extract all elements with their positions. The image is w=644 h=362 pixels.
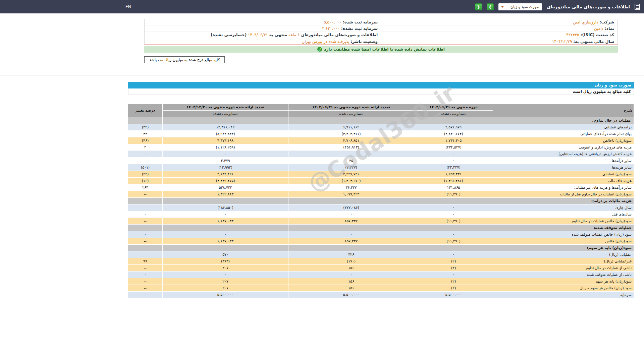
change-percent-cell: ۳۲ — [128, 131, 163, 137]
row-label: ناشی از عملیات متوقف شده — [493, 272, 634, 278]
audit-status-restated-2: حسابرسی نشده — [163, 111, 288, 117]
row-label: سایر درآمدها — [493, 158, 634, 164]
data-row: غیرعملیاتی (ریال)(۲)(۱۷۰)(۳۶۳)۹۹ — [128, 258, 634, 265]
change-percent-cell: ۰ — [128, 272, 163, 278]
value-cell: ۵,۵۰۰,۰۰۰ — [163, 292, 288, 298]
value-cell: ۱,۰۷۹,۴۲۳ — [288, 191, 414, 198]
row-label: سود(زیان) عملیاتی — [493, 171, 634, 178]
section-empty-cell — [414, 117, 493, 124]
column-header-description: شرح — [493, 104, 634, 117]
value-cell: (۱۱,۲۹۰) — [414, 191, 493, 198]
change-percent-cell: (۳۴) — [128, 124, 163, 131]
report-type-select[interactable]: صورت سود و زیان — [498, 3, 542, 10]
section-empty-cell — [288, 225, 414, 231]
value-cell: (۲) — [414, 258, 493, 265]
value-cell: ۰ — [288, 231, 414, 238]
value-cell: ۱,۱۳۷,۰۳۳ — [163, 218, 288, 225]
value-cell: ۲۰۷ — [163, 285, 288, 292]
value-cell: (۲) — [414, 285, 493, 292]
change-percent-cell: -- — [128, 191, 163, 198]
section-empty-cell — [128, 225, 163, 231]
section-row: سود(زیان) پایه هر سهم: — [128, 245, 634, 251]
value-cell: (۴۳۴,۵۲۷) — [414, 144, 493, 151]
value-cell: ۵۳۸,۷۳۲ — [163, 184, 288, 191]
section-row: هزینه مالیات بر درآمد: — [128, 198, 634, 204]
company-value: داروسازي امين — [573, 20, 598, 24]
company-info-panel: شرکت: داروسازي امين سرمایه ثبت شده: ۵,۵۰… — [144, 19, 618, 45]
change-percent-cell: -- — [128, 285, 163, 292]
value-cell: (۱,۱۲۸,۲۵۹) — [163, 144, 288, 151]
value-cell: ۱۵۶ — [288, 265, 414, 272]
statement-table-body: عملیات در حال تداوم:درآمدهای عملیاتی۴,۵۷… — [128, 117, 634, 298]
value-cell: ۰ — [414, 158, 493, 164]
value-cell: (۲) — [414, 265, 493, 272]
value-cell: ۰ — [163, 151, 288, 158]
fiscal-year-label: سال مالی منتهی به: — [573, 39, 614, 44]
value-cell: ۱,۷۳۱,۳۰۵ — [414, 137, 493, 144]
value-cell: ۰ — [414, 251, 493, 258]
value-cell: (۴,۲۰۴,۳۱۱) — [288, 131, 414, 137]
info-row: شرکت: داروسازي امين سرمایه ثبت شده: ۵,۵۰… — [145, 19, 618, 25]
value-cell: ۵۷۰ — [163, 251, 288, 258]
value-cell: (۱,۳۹۶,۲۸۶) — [414, 178, 493, 184]
fiscal-year-value: ۱۴۰۴/۱۲/۲۹ — [552, 39, 572, 44]
audit-status-current: حسابرسی نشده — [414, 111, 493, 117]
row-label: بهای تمام شده درآمدهای عملیاتی — [493, 131, 634, 137]
unit-note-box: کلیه مبالغ درج شده به میلیون ریال می باش… — [144, 56, 225, 63]
value-cell: (۱۸۶,۸۵۰) — [163, 204, 288, 211]
change-percent-cell: ۴ — [128, 144, 163, 151]
audit-status-restated-1: حسابرسی شده — [288, 111, 414, 117]
section-empty-cell — [128, 117, 163, 124]
symbol-value: دامين — [594, 26, 603, 31]
report-period-mid: منتهی به — [268, 33, 287, 37]
change-percent-cell: ۲۶۳ — [128, 184, 163, 191]
company-field: شرکت: داروسازي امين — [381, 19, 618, 25]
section-empty-cell — [414, 225, 493, 231]
language-toggle[interactable]: EN — [123, 4, 134, 9]
data-row: سال جاری۰(۲۲۲,۰۸۶)(۱۸۶,۸۵۰)-- — [128, 204, 634, 211]
data-row: هزینه های مالی(۱,۳۹۶,۲۸۶)(۱,۲۰۴,۶۷۰)(۲,۳… — [128, 178, 634, 184]
unregistered-capital-label: سرمایه ثبت نشده: — [341, 26, 378, 31]
section-empty-cell — [288, 117, 414, 124]
info-icon: i — [317, 47, 322, 52]
section-title: هزینه مالیات بر درآمد: — [493, 198, 634, 204]
report-icon — [635, 4, 640, 10]
value-cell: ۰ — [163, 211, 288, 218]
value-cell: ۳۲۶ — [288, 251, 414, 258]
publisher-status-field: وضعیت ناشر: پذیرفته شده در بورس تهران — [145, 39, 381, 44]
column-header-period-restated-2: تجدید ارائه شده دوره منتهی به ۱۴۰۳/۱۲/۳۰ — [163, 104, 288, 111]
previous-report-button[interactable]: ❮ — [475, 3, 482, 10]
section-empty-cell — [163, 117, 288, 124]
data-row: سایر هزینه‌ها(۴۳,۴۴۷)(۷,۲۲۷)(۱۲,۹۹۲)(۵۰۱… — [128, 164, 634, 171]
report-period-date: ۱۴۰۴/۰۶/۳۱ — [248, 33, 268, 37]
info-row: سال مالی منتهی به: ۱۴۰۴/۱۲/۲۹ وضعیت ناشر… — [145, 38, 618, 45]
value-cell: ۳,۱۳۴,۴۲۶ — [163, 171, 288, 178]
section-empty-cell — [288, 245, 414, 251]
row-label: هزینه های فروش، اداری و عمومی — [493, 144, 634, 151]
statement-table-header: شرح دوره منتهی به ۱۴۰۴/۰۶/۳۱ تجدید ارائه… — [128, 104, 634, 117]
change-percent-cell: ۰ — [128, 231, 163, 238]
value-cell: ۲۰۷ — [163, 278, 288, 285]
row-label: درآمدهای عملیاتی — [493, 124, 634, 131]
next-report-button[interactable]: ❯ — [487, 3, 494, 10]
value-cell: ۵,۵۰۰,۰۰۰ — [414, 292, 493, 298]
data-row: هزینه های فروش، اداری و عمومی(۴۳۴,۵۲۷)(۴… — [128, 144, 634, 151]
data-row: سایر درآمدها۰۳۵۲,۴۷۹-- — [128, 158, 634, 164]
value-cell: ۴,۳۷۳,۱۹۸ — [163, 137, 288, 144]
data-row: سایر درآمدها و هزینه های غیرعملیاتی۱۳۱,۸… — [128, 184, 634, 191]
row-label: سود (زیان) خالص هر سهم – ریال — [493, 285, 634, 292]
value-cell: ۱,۳۲۲,۸۸۳ — [163, 191, 288, 198]
section-empty-cell — [128, 198, 163, 204]
row-label: سود(زیان) پایه هر سهم — [493, 278, 634, 285]
change-percent-cell: (۱۶) — [128, 178, 163, 184]
column-header-change-percent: درصد تغییر — [128, 104, 163, 117]
value-cell: (۲,۸۴۰,۶۷۴) — [414, 131, 493, 137]
isic-label: کد صنعت (ISIC): — [581, 33, 614, 37]
value-cell: (۴۵۱,۹۱۳) — [288, 144, 414, 151]
value-cell: (۱۱,۲۹۰) — [414, 238, 493, 245]
section-empty-cell — [163, 198, 288, 204]
row-label: سایر درآمدها و هزینه های غیرعملیاتی — [493, 184, 634, 191]
row-label: هزینه های مالی — [493, 178, 634, 184]
data-row: درآمدهای عملیاتی۴,۵۷۱,۹۷۹۶,۹۱۱,۱۶۲۱۳,۳۱۶… — [128, 124, 634, 131]
value-cell: (۳۶۳) — [163, 258, 288, 265]
